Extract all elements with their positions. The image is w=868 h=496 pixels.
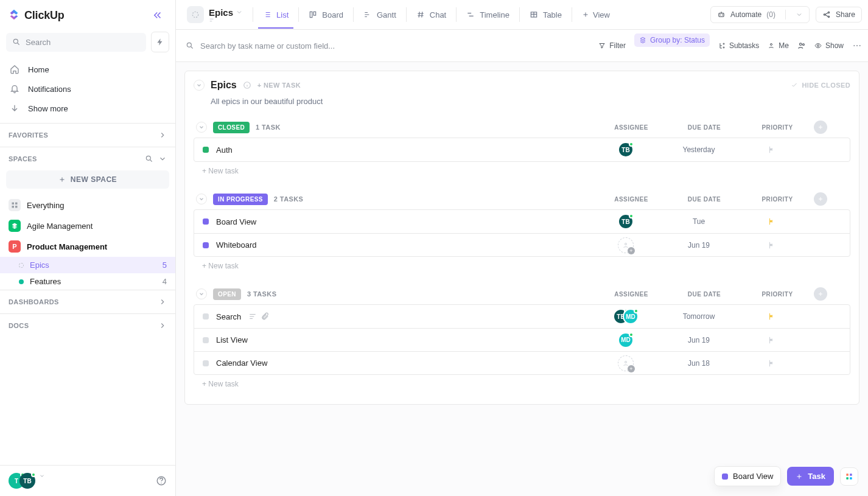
- task-row[interactable]: List View MD Jun 19: [194, 328, 850, 351]
- col-due[interactable]: DUE DATE: [668, 291, 741, 298]
- chevron-right-icon[interactable]: [158, 298, 167, 306]
- col-priority[interactable]: PRIORITY: [741, 124, 814, 131]
- nav-show-more[interactable]: Show more: [0, 99, 175, 118]
- new-task-fab[interactable]: Task: [787, 467, 834, 486]
- group-new-task-button[interactable]: + New task: [194, 162, 850, 180]
- col-due[interactable]: DUE DATE: [668, 196, 741, 203]
- col-assignee[interactable]: ASSIGNEE: [595, 124, 668, 131]
- col-priority[interactable]: PRIORITY: [741, 196, 814, 203]
- view-tab-table[interactable]: Table: [525, 7, 567, 23]
- apps-button[interactable]: [840, 467, 858, 486]
- avatar[interactable]: MD: [623, 309, 639, 324]
- add-column-button[interactable]: [814, 192, 827, 206]
- view-tab-chat[interactable]: Chat: [411, 7, 451, 23]
- task-priority-cell[interactable]: [735, 359, 808, 368]
- sidebar-list-epics[interactable]: Epics 5: [0, 257, 175, 273]
- task-priority-cell[interactable]: [735, 217, 808, 226]
- share-button[interactable]: Share: [816, 7, 862, 23]
- col-priority[interactable]: PRIORITY: [741, 291, 814, 298]
- avatar[interactable]: TB: [618, 214, 634, 229]
- task-row[interactable]: Board View TB Tue: [194, 210, 850, 233]
- chevron-right-icon[interactable]: [158, 131, 167, 139]
- group-collapse-button[interactable]: [196, 194, 207, 204]
- task-due-cell[interactable]: Jun 19: [662, 336, 735, 344]
- col-assignee[interactable]: ASSIGNEE: [595, 291, 668, 298]
- task-search[interactable]: Search by task name or custom field...: [182, 39, 598, 53]
- show-button[interactable]: Show: [814, 41, 844, 50]
- group-status-label[interactable]: CLOSED: [213, 122, 250, 133]
- view-tab-gantt[interactable]: Gantt: [359, 7, 401, 23]
- hide-closed-button[interactable]: HIDE CLOSED: [791, 82, 850, 89]
- search-icon[interactable]: [145, 155, 153, 163]
- assignees-button[interactable]: [797, 41, 806, 50]
- info-icon[interactable]: [243, 81, 251, 89]
- task-row[interactable]: Calendar View + Jun 18: [194, 351, 850, 374]
- add-view-button[interactable]: View: [577, 7, 615, 23]
- task-due-cell[interactable]: Tomorrow: [662, 312, 735, 321]
- task-status-dot[interactable]: [203, 218, 209, 225]
- task-priority-cell[interactable]: [735, 241, 808, 250]
- task-assignee-cell[interactable]: TB: [589, 214, 662, 229]
- chevron-down-icon[interactable]: [158, 155, 167, 163]
- avatar[interactable]: MD: [618, 332, 634, 348]
- task-assignee-cell[interactable]: TB: [589, 142, 662, 158]
- space-product[interactable]: P Product Management: [0, 236, 175, 257]
- new-space-button[interactable]: NEW SPACE: [6, 170, 169, 189]
- user-stack[interactable]: TTB: [9, 473, 45, 489]
- sidebar-search[interactable]: Search: [6, 33, 146, 52]
- subtasks-button[interactable]: Subtasks: [718, 41, 759, 50]
- task-due-cell[interactable]: Yesterday: [662, 145, 735, 154]
- add-column-button[interactable]: [814, 287, 827, 301]
- panel-new-task-button[interactable]: + NEW TASK: [257, 82, 301, 89]
- list-icon-button[interactable]: [187, 6, 204, 23]
- add-column-button[interactable]: [814, 121, 827, 134]
- breadcrumb-title[interactable]: Epics: [209, 7, 243, 18]
- quick-actions-button[interactable]: [151, 32, 169, 52]
- task-priority-cell[interactable]: [735, 145, 808, 154]
- me-button[interactable]: Me: [768, 41, 789, 50]
- attachment-icon[interactable]: [261, 312, 269, 321]
- flag-icon[interactable]: [768, 145, 776, 154]
- automate-button[interactable]: Automate (0): [710, 6, 810, 23]
- group-status-label[interactable]: OPEN: [213, 288, 241, 300]
- task-due-cell[interactable]: Tue: [662, 217, 735, 226]
- panel-collapse-button[interactable]: [194, 80, 205, 91]
- space-agile[interactable]: Agile Management: [0, 215, 175, 236]
- task-row[interactable]: Auth TB Yesterday: [194, 138, 850, 161]
- assign-button[interactable]: +: [618, 237, 634, 253]
- group-by-button[interactable]: Group by: Status: [634, 33, 710, 47]
- task-due-cell[interactable]: Jun 19: [662, 241, 735, 250]
- group-status-label[interactable]: IN PROGRESS: [213, 194, 268, 205]
- task-row[interactable]: Whiteboard + Jun 19: [194, 233, 850, 256]
- task-status-dot[interactable]: [203, 147, 209, 153]
- task-status-dot[interactable]: [203, 242, 209, 248]
- task-status-dot[interactable]: [203, 337, 209, 343]
- group-new-task-button[interactable]: + New task: [194, 375, 850, 393]
- view-tab-list[interactable]: List: [258, 7, 293, 23]
- flag-icon[interactable]: [768, 336, 776, 344]
- group-collapse-button[interactable]: [196, 288, 207, 299]
- more-icon[interactable]: [852, 41, 862, 51]
- task-priority-cell[interactable]: [735, 312, 808, 321]
- flag-icon[interactable]: [768, 312, 776, 321]
- col-assignee[interactable]: ASSIGNEE: [595, 196, 668, 203]
- brand-logo[interactable]: ClickUp: [7, 9, 65, 22]
- description-icon[interactable]: [248, 312, 257, 321]
- task-assignee-cell[interactable]: +: [589, 237, 662, 253]
- help-icon[interactable]: [156, 475, 167, 486]
- flag-icon[interactable]: [768, 241, 776, 250]
- avatar[interactable]: TB: [618, 142, 634, 158]
- task-assignee-cell[interactable]: MD: [589, 332, 662, 348]
- nav-home[interactable]: Home: [0, 60, 175, 79]
- view-tab-board[interactable]: Board: [304, 7, 348, 23]
- task-assignee-cell[interactable]: +: [589, 355, 662, 371]
- task-priority-cell[interactable]: [735, 336, 808, 344]
- sidebar-collapse-button[interactable]: [149, 6, 167, 24]
- col-due[interactable]: DUE DATE: [668, 124, 741, 131]
- flag-icon[interactable]: [768, 359, 776, 368]
- task-status-dot[interactable]: [203, 360, 209, 366]
- group-new-task-button[interactable]: + New task: [194, 257, 850, 275]
- group-collapse-button[interactable]: [196, 122, 207, 133]
- task-status-dot[interactable]: [203, 313, 209, 320]
- drag-handle-icon[interactable]: [209, 18, 217, 23]
